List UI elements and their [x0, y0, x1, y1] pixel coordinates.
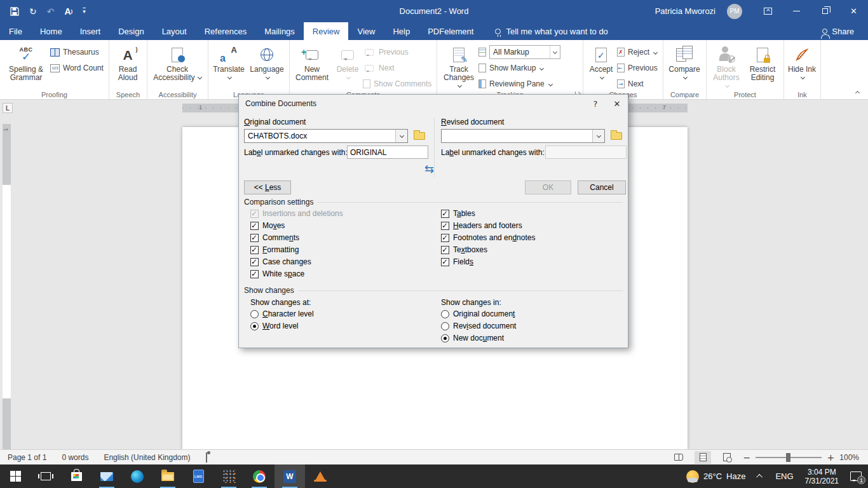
language-switcher[interactable]: ENG: [769, 464, 799, 488]
combo-dropdown-icon[interactable]: [395, 130, 407, 142]
tab-insert[interactable]: Insert: [71, 22, 110, 40]
language-button[interactable]: Language: [247, 42, 287, 88]
taskbar-app-grid[interactable]: [214, 464, 244, 488]
ribbon-display-options-button[interactable]: [754, 0, 782, 22]
unmarked-right-input[interactable]: [545, 146, 627, 159]
tab-references[interactable]: References: [196, 22, 255, 40]
taskbar-vlc[interactable]: [305, 464, 336, 488]
read-aloud-qat-icon[interactable]: A): [64, 7, 72, 16]
tell-me-box[interactable]: Tell me what you want to do: [495, 22, 607, 40]
macro-button[interactable]: [206, 453, 207, 462]
tab-file[interactable]: File: [0, 22, 31, 40]
checkbox-insertions-deletions[interactable]: Insertions and deletions: [250, 209, 343, 218]
taskbar-lms[interactable]: LMS: [183, 464, 214, 488]
compare-button[interactable]: Compare: [665, 42, 703, 88]
tab-pdfelement[interactable]: PDFelement: [419, 22, 482, 40]
tab-mailings[interactable]: Mailings: [255, 22, 304, 40]
spelling-grammar-button[interactable]: ABC✓ Spelling & Grammar: [2, 42, 50, 88]
action-center-button[interactable]: 1: [844, 464, 868, 488]
unmarked-left-input[interactable]: [347, 146, 428, 159]
read-aloud-button[interactable]: A) Read Aloud: [111, 42, 144, 88]
radio-original-document[interactable]: Original document: [441, 309, 515, 318]
weather-widget[interactable]: 26°C Haze: [680, 470, 752, 483]
checkbox-white-space[interactable]: White space: [250, 269, 304, 278]
tab-home[interactable]: Home: [31, 22, 71, 40]
track-changes-button[interactable]: ✎ Track Changes: [439, 42, 478, 88]
thesaurus-button[interactable]: Thesaurus: [50, 46, 104, 58]
zoom-level[interactable]: 100%: [839, 453, 859, 462]
print-layout-button[interactable]: [695, 451, 711, 464]
restore-button[interactable]: [811, 0, 839, 22]
zoom-slider[interactable]: [756, 457, 822, 458]
tab-review[interactable]: Review: [304, 22, 349, 40]
taskbar-file-explorer[interactable]: [153, 464, 183, 488]
checkbox-textboxes[interactable]: Textboxes: [441, 245, 487, 254]
taskbar-mail[interactable]: [92, 464, 122, 488]
hide-ink-button[interactable]: Hide Ink: [786, 42, 818, 88]
checkbox-moves[interactable]: Moves: [250, 221, 285, 230]
tab-design[interactable]: Design: [109, 22, 153, 40]
new-comment-button[interactable]: + New Comment: [292, 42, 332, 88]
block-authors-button[interactable]: Block Authors: [709, 42, 744, 88]
taskbar-chrome[interactable]: [244, 464, 275, 488]
ok-button[interactable]: OK: [525, 180, 571, 194]
language-indicator[interactable]: English (United Kingdom): [104, 453, 190, 462]
cancel-button[interactable]: Cancel: [578, 180, 626, 194]
checkbox-footnotes-endnotes[interactable]: Footnotes and endnotes: [441, 233, 535, 242]
checkbox-formatting[interactable]: Formatting: [250, 245, 299, 254]
checkbox-case-changes[interactable]: Case changes: [250, 257, 311, 266]
display-for-review-combo[interactable]: All Markup: [489, 45, 560, 59]
tab-stop-selector[interactable]: L: [3, 103, 13, 113]
show-markup-button[interactable]: Show Markup: [478, 62, 560, 74]
previous-comment-button[interactable]: Previous: [363, 46, 431, 58]
vertical-ruler[interactable]: 1: [3, 124, 11, 449]
word-count-button[interactable]: 123Word Count: [50, 62, 104, 74]
checkbox-fields[interactable]: Fields: [441, 257, 473, 266]
user-name[interactable]: Patricia Mworozi: [655, 6, 715, 16]
share-button[interactable]: Share: [822, 22, 868, 40]
check-accessibility-button[interactable]: Check Accessibility: [149, 42, 205, 88]
taskbar-edge[interactable]: [122, 464, 153, 488]
tab-view[interactable]: View: [348, 22, 384, 40]
restrict-editing-button[interactable]: Restrict Editing: [744, 42, 781, 88]
reject-button[interactable]: ✗Reject: [617, 46, 658, 58]
checkbox-tables[interactable]: Tables: [441, 209, 475, 218]
revised-document-combo[interactable]: [441, 129, 605, 143]
taskbar-clock[interactable]: 3:04 PM 7/31/2021: [800, 468, 844, 485]
save-icon[interactable]: [10, 7, 19, 16]
original-document-combo[interactable]: CHATBOTS.docx: [244, 129, 408, 143]
start-button[interactable]: [0, 464, 31, 488]
undo-icon[interactable]: ↶: [47, 7, 55, 16]
redo-icon[interactable]: ↻: [29, 7, 37, 16]
dialog-close-button[interactable]: ✕: [606, 95, 628, 112]
tray-overflow-button[interactable]: [752, 464, 769, 488]
taskbar-store[interactable]: [61, 464, 92, 488]
checkbox-headers-footers[interactable]: Headers and footers: [441, 221, 522, 230]
next-change-button[interactable]: →Next: [617, 78, 658, 90]
next-comment-button[interactable]: Next: [363, 62, 431, 74]
show-comments-button[interactable]: Show Comments: [363, 78, 431, 90]
combo-dropdown-icon[interactable]: [592, 130, 604, 142]
zoom-slider-thumb[interactable]: [786, 453, 790, 462]
checkbox-comments[interactable]: Comments: [250, 233, 299, 242]
read-mode-button[interactable]: [670, 451, 687, 464]
tab-layout[interactable]: Layout: [153, 22, 196, 40]
delete-comment-button[interactable]: Delete: [332, 42, 363, 88]
radio-word-level[interactable]: Word level: [250, 322, 298, 330]
accept-button[interactable]: ✓ Accept: [585, 42, 617, 88]
zoom-in-button[interactable]: +: [827, 452, 834, 463]
radio-revised-document[interactable]: Revised document: [441, 322, 516, 330]
radio-character-level[interactable]: Character level: [250, 309, 314, 318]
task-view-button[interactable]: [31, 464, 61, 488]
translate-button[interactable]: Aa Translate: [210, 42, 247, 88]
word-count-indicator[interactable]: 0 words: [62, 453, 88, 462]
less-button[interactable]: << Less: [244, 180, 291, 194]
web-layout-button[interactable]: [719, 451, 735, 464]
collapse-ribbon-button[interactable]: [855, 86, 859, 95]
tab-help[interactable]: Help: [384, 22, 419, 40]
close-button[interactable]: ✕: [839, 0, 868, 22]
reviewing-pane-button[interactable]: Reviewing Pane: [478, 78, 560, 90]
page-indicator[interactable]: Page 1 of 1: [8, 453, 46, 462]
original-browse-button[interactable]: [412, 130, 427, 142]
dialog-help-button[interactable]: ?: [585, 95, 606, 112]
